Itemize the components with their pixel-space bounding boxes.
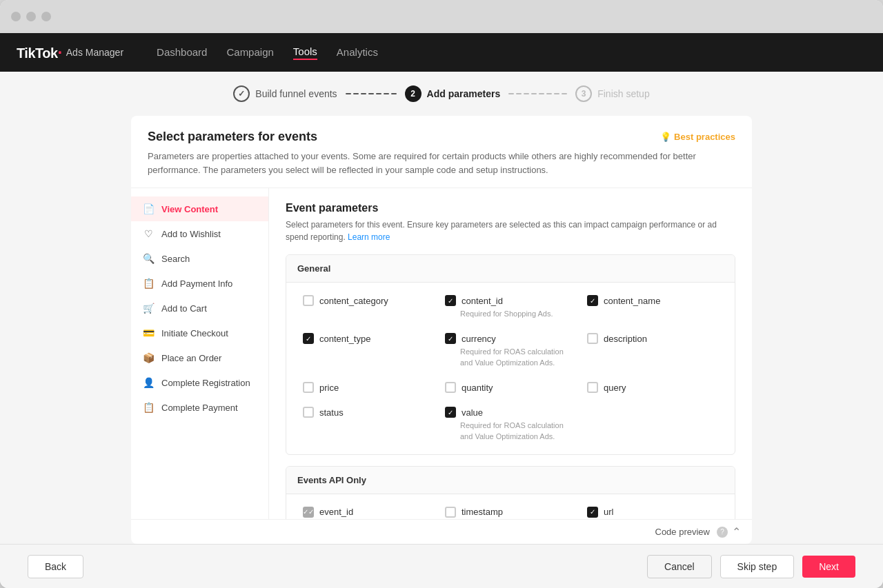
label-status: status — [319, 407, 344, 418]
sidebar-item-complete-payment[interactable]: 📋 Complete Payment — [131, 395, 268, 420]
search-icon: 🔍 — [142, 253, 155, 264]
sidebar-item-search[interactable]: 🔍 Search — [131, 246, 268, 271]
label-value: value — [462, 407, 483, 418]
sidebar-item-wishlist[interactable]: ♡ Add to Wishlist — [131, 221, 268, 246]
checkbox-query[interactable] — [587, 382, 598, 393]
checkout-icon: 💳 — [142, 327, 155, 338]
label-query: query — [604, 383, 626, 393]
step-3-icon: 3 — [575, 85, 592, 102]
nav-dashboard[interactable]: Dashboard — [157, 46, 207, 59]
checkbox-description[interactable] — [587, 333, 598, 344]
label-content-name: content_name — [604, 296, 660, 306]
param-timestamp: timestamp — [439, 500, 582, 519]
param-content-name: content_name — [582, 288, 724, 326]
cancel-button[interactable]: Cancel — [647, 555, 712, 578]
step-2: 2 Add parameters — [405, 85, 501, 102]
sidebar-item-registration[interactable]: 👤 Complete Registration — [131, 370, 268, 395]
checkbox-content-name[interactable] — [587, 295, 598, 306]
sidebar-item-label: Add to Cart — [161, 303, 207, 314]
code-preview-toggle[interactable]: Code preview ? ⌃ — [655, 525, 742, 538]
sidebar-item-label: Place an Order — [161, 353, 221, 363]
checkbox-price[interactable] — [303, 382, 314, 393]
param-event-id: ✓ event_id This is required if you are s… — [297, 500, 439, 519]
checkbox-url[interactable] — [587, 507, 598, 518]
skip-step-button[interactable]: Skip step — [720, 555, 795, 578]
step-3-label: Finish setup — [597, 88, 649, 99]
nav-campaign[interactable]: Campaign — [226, 46, 273, 59]
checkbox-quantity[interactable] — [445, 382, 456, 393]
sidebar-item-label: Add to Wishlist — [161, 229, 221, 239]
sidebar-item-label: Complete Registration — [161, 378, 250, 388]
sidebar-item-label: Initiate Checkout — [161, 328, 228, 338]
footer-right: Cancel Skip step Next — [647, 555, 855, 578]
checkbox-content-category[interactable] — [303, 295, 314, 306]
logo-tiktok: TikTok· — [17, 43, 62, 62]
card-body: 📄 View Content ♡ Add to Wishlist 🔍 Searc… — [131, 188, 752, 519]
events-api-section: Events API Only ✓ event_id T — [286, 466, 735, 519]
events-api-grid: ✓ event_id This is required if you are s… — [286, 494, 735, 519]
steps-bar: ✓ Build funnel events 2 Add parameters 3 — [0, 72, 883, 116]
payment-info-icon: 📋 — [142, 278, 155, 289]
checkbox-value[interactable] — [445, 407, 456, 418]
param-content-category: content_category — [297, 288, 439, 326]
maximize-button[interactable] — [41, 12, 51, 21]
close-button[interactable] — [11, 12, 21, 21]
learn-more-link[interactable]: Learn more — [348, 232, 390, 242]
best-practices-link[interactable]: 💡 Best practices — [660, 132, 735, 142]
param-query: query — [582, 375, 724, 400]
logo-subtitle: Ads Manager — [66, 47, 123, 58]
checkbox-content-id[interactable] — [445, 295, 456, 306]
checkbox-timestamp[interactable] — [445, 507, 456, 518]
step-1: ✓ Build funnel events — [233, 85, 337, 102]
card-description: Parameters are properties attached to yo… — [148, 150, 735, 176]
code-preview-bar: Code preview ? ⌃ — [131, 519, 752, 544]
sidebar-item-place-order[interactable]: 📦 Place an Order — [131, 345, 268, 370]
param-currency: currency Required for ROAS calculation a… — [439, 326, 582, 375]
events-api-section-title: Events API Only — [286, 467, 735, 494]
sidebar-item-view-content[interactable]: 📄 View Content — [131, 196, 268, 221]
back-button[interactable]: Back — [28, 555, 83, 578]
checkbox-status[interactable] — [303, 407, 314, 418]
nav-links: Dashboard Campaign Tools Analytics — [157, 45, 866, 60]
view-content-icon: 📄 — [142, 203, 155, 214]
navbar: TikTok· Ads Manager Dashboard Campaign T… — [0, 33, 883, 72]
checkbox-event-id[interactable]: ✓ — [303, 507, 314, 518]
label-url: url — [604, 507, 613, 517]
nav-tools[interactable]: Tools — [293, 45, 317, 60]
minimize-button[interactable] — [26, 12, 36, 21]
param-empty — [582, 400, 724, 449]
sidebar-item-payment-info[interactable]: 📋 Add Payment Info — [131, 271, 268, 296]
step-1-label: Build funnel events — [255, 88, 337, 99]
param-url: url — [582, 500, 724, 519]
titlebar — [0, 0, 883, 33]
sidebar-item-add-to-cart[interactable]: 🛒 Add to Cart — [131, 296, 268, 321]
card-header: Select parameters for events 💡 Best prac… — [131, 116, 752, 188]
right-content: Event parameters Select parameters for t… — [269, 188, 752, 519]
complete-payment-icon: 📋 — [142, 402, 155, 413]
sidebar-item-initiate-checkout[interactable]: 💳 Initiate Checkout — [131, 321, 268, 345]
param-price: price — [297, 375, 439, 400]
card: Select parameters for events 💡 Best prac… — [131, 116, 752, 544]
general-section-title: General — [286, 255, 735, 283]
logo: TikTok· Ads Manager — [17, 43, 123, 62]
sidebar-item-label: Complete Payment — [161, 403, 238, 413]
step-3: 3 Finish setup — [575, 85, 649, 102]
checkbox-content-type[interactable] — [303, 333, 314, 344]
next-button[interactable]: Next — [802, 556, 855, 578]
label-price: price — [319, 383, 339, 393]
step-1-dashes — [346, 93, 397, 94]
label-content-id: content_id — [462, 296, 503, 306]
sublabel-value: Required for ROAS calculation and Value … — [460, 420, 576, 442]
param-status: status — [297, 400, 439, 449]
main-content: ✓ Build funnel events 2 Add parameters 3 — [0, 72, 883, 588]
card-title-text: Select parameters for events — [148, 130, 317, 144]
param-description: description — [582, 326, 724, 375]
step-2-label: Add parameters — [427, 88, 501, 99]
nav-analytics[interactable]: Analytics — [337, 46, 378, 59]
best-practices-label: Best practices — [674, 132, 735, 142]
sublabel-currency: Required for ROAS calculation and Value … — [460, 347, 576, 368]
step-1-icon: ✓ — [233, 85, 250, 102]
checkbox-currency[interactable] — [445, 333, 456, 344]
sidebar-item-label: Search — [161, 254, 190, 264]
card-title-row: Select parameters for events 💡 Best prac… — [148, 130, 735, 144]
